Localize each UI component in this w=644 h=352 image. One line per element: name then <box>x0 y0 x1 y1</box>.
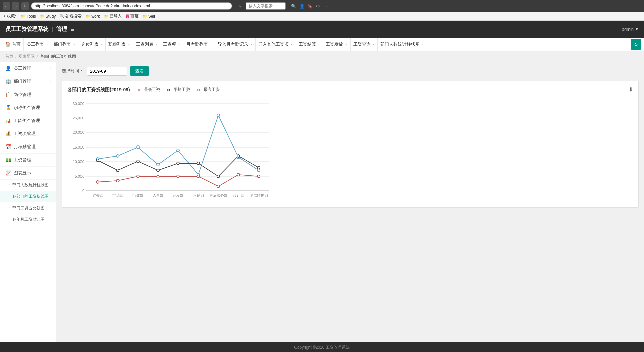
breadcrumb-current: 各部门的工资折线图 <box>40 54 76 59</box>
svg-text:营销部: 营销部 <box>193 193 204 197</box>
close-icon[interactable]: × <box>73 42 75 46</box>
filter-time-input[interactable] <box>87 67 127 76</box>
close-icon[interactable]: × <box>422 42 424 46</box>
chevron-icon: › <box>49 145 51 149</box>
nav-dept-list[interactable]: 部门列表 × <box>51 38 78 51</box>
nav-employee-list[interactable]: 员工列表 × <box>24 38 51 51</box>
menu-icon-1[interactable]: 🔍 <box>290 4 297 9</box>
svg-point-43 <box>116 179 119 182</box>
close-icon[interactable]: × <box>101 42 103 46</box>
bookmark-imported[interactable]: 📁 已导入 <box>104 13 122 19</box>
app-header: 员工工资管理系统 | 管理 ≡ admin ▼ <box>0 21 644 38</box>
title-divider: | <box>52 26 53 32</box>
nav-salary-list[interactable]: 工资列表 × <box>133 38 160 51</box>
nav-attendance[interactable]: 月考勤列表 × <box>183 38 215 51</box>
sidebar-position-mgmt-label: 岗位管理 <box>14 92 31 98</box>
close-icon[interactable]: × <box>250 42 252 46</box>
close-icon[interactable]: × <box>155 42 157 46</box>
close-icon[interactable]: × <box>345 42 347 46</box>
sidebar-item-title-mgmt[interactable]: 🏅 职称奖金管理 › <box>0 101 56 114</box>
legend-min-dot <box>138 89 140 91</box>
star-icon[interactable]: ☆ <box>237 4 244 9</box>
nav-position-list[interactable]: 岗位列表 × <box>78 38 106 51</box>
medal-icon: 🏅 <box>5 105 11 110</box>
sidebar-item-employee-mgmt[interactable]: 👤 员工管理 › <box>0 62 56 75</box>
svg-point-42 <box>96 181 99 183</box>
close-icon[interactable]: × <box>373 42 375 46</box>
bookmark-baidu[interactable]: 百 百度 <box>126 13 139 19</box>
nav-dept-stats[interactable]: 部门人数统计柱状图 × <box>378 38 427 51</box>
close-icon[interactable]: × <box>291 42 293 46</box>
download-icon[interactable]: ⬇ <box>629 86 633 93</box>
refresh-button[interactable]: ↻ <box>21 2 29 10</box>
chevron-icon: › <box>49 106 51 110</box>
close-icon[interactable]: × <box>46 42 48 46</box>
bookmark-谷粉搜索[interactable]: 🔍 谷粉搜索 <box>60 13 82 19</box>
close-icon[interactable]: × <box>178 42 180 46</box>
sidebar-item-attendance-mgmt[interactable]: 📅 月考勤管理 › <box>0 140 56 154</box>
svg-text:30,000: 30,000 <box>73 102 84 106</box>
sidebar-submenu-dept-count-chart[interactable]: › 部门人数统计柱状图 <box>0 180 56 191</box>
menu-icon-4[interactable]: ⚙ <box>315 4 321 9</box>
bookmark-work[interactable]: 📁 work <box>86 14 100 19</box>
svg-text:测试维护部: 测试维护部 <box>250 193 268 197</box>
admin-info[interactable]: admin ▼ <box>622 27 639 32</box>
menu-icon-2[interactable]: 👤 <box>299 4 305 9</box>
forward-button[interactable]: → <box>12 2 19 10</box>
menu-icon-5[interactable]: ⋮ <box>323 4 329 9</box>
nav-import-salary[interactable]: 导入其他工资项 × <box>256 38 296 51</box>
sidebar-submenu-dept-salary-chart[interactable]: › 各部门的工资折线图 <box>0 191 56 202</box>
bookmark-study-label: Study <box>46 14 56 19</box>
svg-point-45 <box>157 175 159 178</box>
sidebar-item-position-mgmt[interactable]: 📋 岗位管理 › <box>0 88 56 101</box>
nav-home[interactable]: 🏠 首页 <box>3 38 24 51</box>
sidebar-item-age-mgmt[interactable]: 📊 工龄奖金管理 › <box>0 114 56 127</box>
back-button[interactable]: ← <box>3 2 10 10</box>
bookmark-tools[interactable]: 📁 Tools <box>21 14 36 19</box>
chart-title: 各部门的工资折线图(2019-09) <box>67 87 130 93</box>
nav-import-attendance[interactable]: 导入月考勤记录 × <box>215 38 255 51</box>
search-bar[interactable] <box>246 2 286 10</box>
sidebar-submenu-dept-salary-pie[interactable]: › 部门工资占比饼图 <box>0 202 56 214</box>
bookmark-study[interactable]: 📁 Study <box>40 14 56 19</box>
nav-salary-pay[interactable]: 工资发放 × <box>323 38 350 51</box>
nav-salary-item[interactable]: 工资项 × <box>160 38 183 51</box>
close-icon[interactable]: × <box>318 42 320 46</box>
svg-text:人事部: 人事部 <box>153 193 164 197</box>
svg-text:0: 0 <box>82 189 84 193</box>
close-icon[interactable]: × <box>128 42 130 46</box>
menu-icon-3[interactable]: 🔖 <box>307 4 313 9</box>
nav-refresh-button[interactable]: ↻ <box>631 39 641 50</box>
search-icon: 🔍 <box>60 14 64 18</box>
breadcrumb-parent[interactable]: 图表显示 <box>18 54 35 59</box>
sidebar-item-salary-item-mgmt[interactable]: 💰 工资项管理 › <box>0 127 56 140</box>
legend-avg: 平均工资 <box>165 87 190 93</box>
nav-title-list[interactable]: 职称列表 × <box>106 38 133 51</box>
close-icon[interactable]: × <box>210 42 212 46</box>
url-bar[interactable] <box>31 2 232 10</box>
filter-button[interactable]: 查看 <box>130 66 149 76</box>
sidebar-age-mgmt-label: 工龄奖金管理 <box>14 118 40 124</box>
nav-menu: 🏠 首页 员工列表 × 部门列表 × 岗位列表 × 职称列表 × 工资列表 × … <box>0 38 644 51</box>
svg-point-32 <box>257 169 260 172</box>
chart-container: 各部门的工资折线图(2019-09) 最低工资 平均工资 <box>62 81 639 208</box>
nav-salary-item-label: 工资项 <box>163 41 176 47</box>
breadcrumb-home[interactable]: 首页 <box>5 54 13 59</box>
nav-salary-calc[interactable]: 工资结算 × <box>296 38 323 51</box>
hamburger-icon[interactable]: ≡ <box>70 26 74 33</box>
app-title-group: 员工工资管理系统 | 管理 ≡ <box>5 26 74 33</box>
chart-legend: 最低工资 平均工资 最高工资 <box>136 87 220 93</box>
sidebar-item-dept-mgmt[interactable]: 🏢 部门管理 › <box>0 75 56 88</box>
sidebar-item-salary-mgmt[interactable]: 💵 工资管理 › <box>0 154 56 167</box>
sidebar-item-chart-display[interactable]: 📈 图表显示 › <box>0 167 56 180</box>
svg-text:10,000: 10,000 <box>73 160 84 164</box>
sidebar-attendance-mgmt-label: 月考勤管理 <box>14 144 36 150</box>
sidebar-submenu-yearly-salary-chart[interactable]: › 各年月工资对比图 <box>0 214 56 225</box>
nav-salary-query[interactable]: 工资查询 × <box>351 38 378 51</box>
bookmarks-bar: ★ 收藏* 📁 Tools 📁 Study 🔍 谷粉搜索 📁 work 📁 已导… <box>0 12 644 21</box>
sidebar-dept-mgmt-label: 部门管理 <box>14 78 31 84</box>
bookmark-self[interactable]: 📁 Self <box>143 14 155 19</box>
sidebar-dept-salary-label: 各部门的工资折线图 <box>12 194 49 199</box>
svg-point-34 <box>116 169 119 172</box>
bookmark-favorites[interactable]: ★ 收藏* <box>3 13 17 19</box>
